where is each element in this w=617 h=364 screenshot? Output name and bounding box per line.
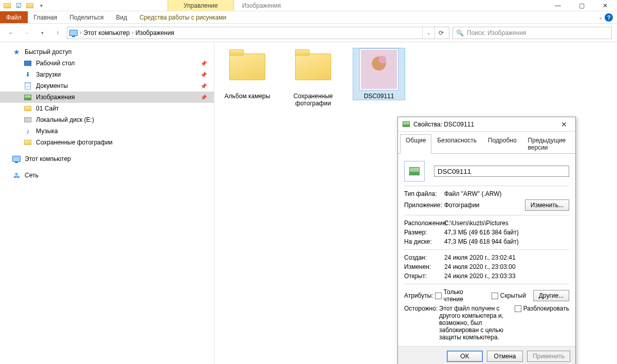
value-caution: Этот файл получен с другого компьютера и… <box>439 305 511 341</box>
value-accessed: 24 июля 2020 г., 23:03:33 <box>444 272 569 280</box>
nav-local-disk[interactable]: Локальный диск (E:) <box>0 114 214 125</box>
nav-back-button[interactable]: ← <box>5 27 17 39</box>
music-icon: ♪ <box>24 127 32 135</box>
image-thumbnail <box>359 48 398 90</box>
value-created: 24 июля 2020 г., 23:02:41 <box>444 254 569 261</box>
ribbon-tab-share[interactable]: Поделиться <box>63 11 110 23</box>
cancel-button[interactable]: Отмена <box>487 351 523 362</box>
nav-documents[interactable]: Документы 📌 <box>0 80 214 92</box>
address-dropdown-button[interactable]: ⌄ <box>422 27 434 39</box>
ok-button[interactable]: OK <box>447 351 483 362</box>
title-bar: ☑ ▾ Управление Изображения — ▢ ✕ <box>0 0 617 11</box>
nav-music[interactable]: ♪ Музыка <box>0 125 214 137</box>
nav-desktop[interactable]: Рабочий стол 📌 <box>0 58 214 69</box>
breadcrumb-sep[interactable]: › <box>80 30 81 35</box>
pin-icon: 📌 <box>201 61 207 66</box>
tab-security[interactable]: Безопасность <box>431 134 482 154</box>
checkbox-hidden[interactable]: Скрытый <box>492 292 526 299</box>
apply-button[interactable]: Применить <box>527 351 570 362</box>
nav-label: Документы <box>36 82 68 89</box>
nav-forward-button[interactable]: → <box>21 27 33 39</box>
label-created: Создан: <box>404 254 444 261</box>
value-on-disk: 47,3 МБ (49 618 944 байт) <box>444 238 569 245</box>
ribbon-tab-view[interactable]: Вид <box>110 11 133 23</box>
label-attributes: Атрибуты: <box>404 292 435 299</box>
address-bar: ← → ▾ ↑ › Этот компьютер › Изображения ⌄… <box>0 24 617 42</box>
tab-details[interactable]: Подробно <box>482 134 522 154</box>
document-icon <box>24 82 32 90</box>
breadcrumb-this-pc[interactable]: Этот компьютер <box>83 29 130 37</box>
tab-previous-versions[interactable]: Предыдущие версии <box>522 134 573 154</box>
ribbon-expand-icon[interactable]: ⌄ <box>598 14 603 20</box>
minimize-button[interactable]: — <box>546 0 570 11</box>
refresh-button[interactable]: ⟳ <box>434 27 447 39</box>
app-icon <box>3 2 11 10</box>
nav-pictures[interactable]: Изображения 📌 <box>0 92 214 103</box>
search-placeholder: Поиск: Изображения <box>467 29 526 37</box>
disk-icon <box>24 116 32 124</box>
qat-properties-icon[interactable]: ☑ <box>14 2 23 10</box>
pin-icon: 📌 <box>201 95 207 100</box>
change-app-button[interactable]: Изменить... <box>525 199 569 211</box>
folder-icon <box>291 53 335 89</box>
download-icon: ⬇ <box>24 70 32 79</box>
qat-newfolder-icon[interactable] <box>26 2 34 10</box>
label-size: Размер: <box>404 229 444 236</box>
contextual-tab-header: Управление <box>168 0 234 11</box>
quick-access-toolbar: ☑ ▾ <box>0 0 48 11</box>
folder-camera-roll[interactable]: Альбом камеры <box>222 48 273 100</box>
label-location: Расположение: <box>404 220 444 227</box>
label-caution: Осторожно: <box>404 305 435 312</box>
nav-saved-photos[interactable]: Сохраненные фотографии <box>0 137 214 148</box>
properties-dialog: Свойства: DSC09111 ✕ Общие Безопасность … <box>397 117 576 364</box>
tab-general[interactable]: Общие <box>400 134 431 154</box>
dialog-titlebar[interactable]: Свойства: DSC09111 ✕ <box>398 117 575 132</box>
filename-input[interactable] <box>434 166 569 177</box>
window-title: Изображения <box>234 0 546 11</box>
nav-downloads[interactable]: ⬇ Загрузки 📌 <box>0 69 214 80</box>
breadcrumb-pictures[interactable]: Изображения <box>135 29 174 37</box>
nav-label: Рабочий стол <box>36 60 75 67</box>
label-on-disk: На диске: <box>404 238 444 245</box>
address-box[interactable]: › Этот компьютер › Изображения ⌄ ⟳ <box>67 27 449 39</box>
nav-recent-dropdown[interactable]: ▾ <box>36 27 48 39</box>
file-dsc09111[interactable]: DSC09111 <box>353 48 405 100</box>
desktop-icon <box>24 59 32 67</box>
nav-label: Сохраненные фотографии <box>36 139 113 146</box>
nav-label: Сеть <box>25 172 39 179</box>
item-label: Альбом камеры <box>222 93 273 100</box>
folder-saved-photos[interactable]: Сохраненные фотографии <box>287 48 339 107</box>
nav-this-pc[interactable]: Этот компьютер <box>0 153 214 165</box>
nav-label: 01 Сайт <box>36 105 59 112</box>
dialog-footer: OK Отмена Применить <box>398 346 575 364</box>
checkbox-unblock[interactable]: Разблокировать <box>515 305 569 312</box>
value-filetype: Файл "ARW" (.ARW) <box>444 190 569 197</box>
file-type-icon <box>404 161 425 181</box>
help-icon[interactable]: ? <box>605 13 613 22</box>
ribbon-tab-file[interactable]: Файл <box>0 11 28 23</box>
breadcrumb-sep[interactable]: › <box>132 30 133 35</box>
nav-label: Музыка <box>36 128 58 135</box>
attributes-other-button[interactable]: Другие... <box>533 290 569 301</box>
dialog-close-button[interactable]: ✕ <box>557 120 571 129</box>
maximize-button[interactable]: ▢ <box>570 0 593 11</box>
nav-site01[interactable]: 01 Сайт <box>0 103 214 114</box>
label-modified: Изменен: <box>404 263 444 270</box>
label-app: Приложение: <box>404 202 444 209</box>
ribbon-tab-picture-tools[interactable]: Средства работы с рисунками <box>133 11 232 23</box>
nav-quick-access[interactable]: ★ Быстрый доступ <box>0 46 214 58</box>
close-button[interactable]: ✕ <box>593 0 617 11</box>
item-label: DSC09111 <box>353 93 405 100</box>
nav-up-button[interactable]: ↑ <box>51 27 64 39</box>
search-box[interactable]: 🔍 Поиск: Изображения <box>452 27 612 39</box>
nav-network[interactable]: 🖧 Сеть <box>0 170 214 181</box>
checkbox-readonly[interactable]: Только чтение <box>435 288 484 303</box>
item-label: Сохраненные фотографии <box>287 93 339 107</box>
pin-icon: 📌 <box>201 72 207 78</box>
folder-icon <box>24 138 32 147</box>
value-size: 47,3 МБ (49 616 384 байт) <box>444 229 569 236</box>
star-icon: ★ <box>12 48 21 56</box>
qat-dropdown-icon[interactable]: ▾ <box>37 2 45 10</box>
computer-icon <box>12 155 21 163</box>
ribbon-tab-home[interactable]: Главная <box>28 11 64 23</box>
